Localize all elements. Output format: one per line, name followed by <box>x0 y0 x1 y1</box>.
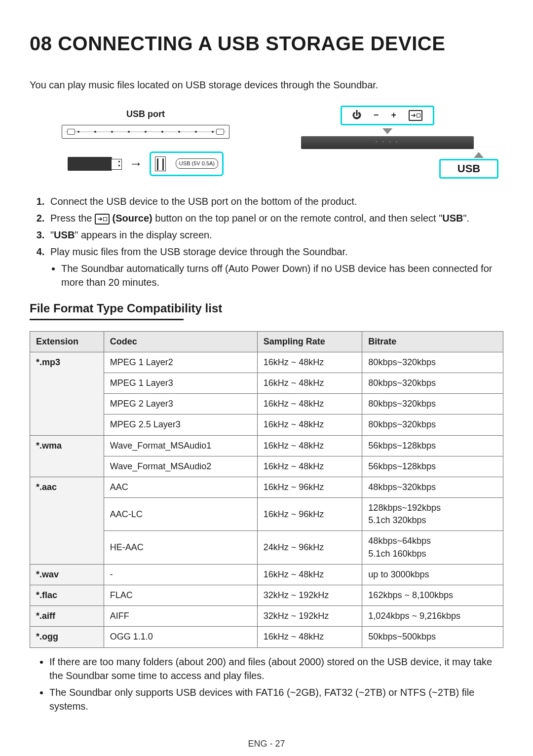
cell-bitrate: 80kbps~320kbps <box>362 394 503 415</box>
th-extension: Extension <box>30 331 104 352</box>
display-bar-graphic <box>301 136 474 149</box>
cell-bitrate: 1,024kbps ~ 9,216kbps <box>362 606 503 627</box>
format-table: Extension Codec Sampling Rate Bitrate *.… <box>30 331 503 648</box>
table-row: *.aacAAC16kHz ~ 96kHz48kbps~320kbps <box>30 477 503 497</box>
cell-bitrate: 128kbps~192kbps5.1ch 320kbps <box>362 498 503 531</box>
table-row: *.flacFLAC32kHz ~ 192kHz162kbps ~ 8,100k… <box>30 585 503 606</box>
notes-list: If there are too many folders (about 200… <box>30 655 503 713</box>
step-2: Press the ➔ (Source) button on the top p… <box>47 211 503 225</box>
cell-bitrate: 56kbps~128kbps <box>362 456 503 477</box>
table-row: *.wav-16kHz ~ 48kHzup to 3000kbps <box>30 564 503 585</box>
intro-paragraph: You can play music files located on USB … <box>30 78 503 92</box>
diagram-right: ⏻ − + ➔ USB <box>271 106 503 179</box>
cell-sampling-rate: 32kHz ~ 192kHz <box>257 585 362 606</box>
cell-sampling-rate: 32kHz ~ 192kHz <box>257 606 362 627</box>
power-icon: ⏻ <box>352 109 361 121</box>
th-sampling-rate: Sampling Rate <box>257 331 362 352</box>
usb-port-slot-icon <box>155 156 166 171</box>
table-row: *.oggOGG 1.1.016kHz ~ 48kHz50kbps~500kbp… <box>30 627 503 647</box>
cell-extension: *.wav <box>30 564 104 585</box>
source-icon-inline: ➔ <box>95 214 110 225</box>
cell-extension: *.aiff <box>30 606 104 627</box>
diagram-left: USB port → USB (5V 0.5A) <box>30 106 262 179</box>
cell-bitrate: up to 3000kbps <box>362 564 503 585</box>
cell-sampling-rate: 16kHz ~ 96kHz <box>257 477 362 497</box>
soundbar-cap-right <box>216 129 224 135</box>
cell-bitrate: 162kbps ~ 8,100kbps <box>362 585 503 606</box>
cell-codec: Wave_Format_MSAudio1 <box>104 435 257 456</box>
cell-bitrate: 80kbps~320kbps <box>362 415 503 435</box>
cell-sampling-rate: 16kHz ~ 48kHz <box>257 627 362 647</box>
step-3: "USB" appears in the display screen. <box>47 228 503 242</box>
cell-extension: *.flac <box>30 585 104 606</box>
step-2-usb: USB <box>442 213 463 224</box>
table-row: *.aiffAIFF32kHz ~ 192kHz1,024kbps ~ 9,21… <box>30 606 503 627</box>
cell-extension: *.ogg <box>30 627 104 647</box>
minus-icon: − <box>374 109 379 121</box>
subheading-underline <box>30 319 184 320</box>
pointer-down-icon <box>382 128 392 134</box>
pointer-line <box>338 157 479 158</box>
cell-extension: *.aac <box>30 477 104 564</box>
th-codec: Codec <box>104 331 257 352</box>
cell-bitrate: 50kbps~500kbps <box>362 627 503 647</box>
usb-port-box: USB (5V 0.5A) <box>150 151 224 176</box>
section-heading: CONNECTING A USB STORAGE DEVICE <box>58 33 445 54</box>
usb-display-text: USB <box>439 159 498 179</box>
cell-codec: HE-AAC <box>104 531 257 564</box>
plus-icon: + <box>391 109 397 121</box>
step-1-text: Connect the USB device to the USB port o… <box>50 196 357 207</box>
soundbar-cap-left <box>67 129 75 135</box>
note-2: The Soundbar only supports USB devices w… <box>49 685 503 713</box>
usb-stick-icon <box>68 157 112 171</box>
step-3-post: " appears in the display screen. <box>75 229 212 240</box>
table-row: *.mp3MPEG 1 Layer216kHz ~ 48kHz80kbps~32… <box>30 352 503 373</box>
cell-codec: AAC-LC <box>104 498 257 531</box>
cell-codec: MPEG 1 Layer2 <box>104 352 257 373</box>
step-4: Play music files from the USB storage de… <box>47 245 503 289</box>
step-1: Connect the USB device to the USB port o… <box>47 194 503 208</box>
cell-codec: AAC <box>104 477 257 497</box>
cell-bitrate: 48kbps~64kbps5.1ch 160kbps <box>362 531 503 564</box>
usb-port-label: USB port <box>126 108 165 120</box>
cell-bitrate: 48kbps~320kbps <box>362 477 503 497</box>
usb-insert-graphic: → USB (5V 0.5A) <box>68 151 224 176</box>
step-4-sublist: The Soundbar automatically turns off (Au… <box>50 262 503 289</box>
cell-codec: MPEG 1 Layer3 <box>104 373 257 393</box>
cell-bitrate: 56kbps~128kbps <box>362 435 503 456</box>
cell-extension: *.mp3 <box>30 352 104 435</box>
cell-sampling-rate: 16kHz ~ 48kHz <box>257 435 362 456</box>
cell-codec: - <box>104 564 257 585</box>
cell-codec: MPEG 2.5 Layer3 <box>104 415 257 435</box>
step-2-post: button on the top panel or on the remote… <box>155 213 442 224</box>
source-icon: ➔ <box>409 110 422 121</box>
step-2-end: ". <box>463 213 469 224</box>
usb-port-text: USB (5V 0.5A) <box>176 158 218 169</box>
soundbar-dots <box>77 131 214 133</box>
cell-codec: AIFF <box>104 606 257 627</box>
steps-list: Connect the USB device to the USB port o… <box>30 194 503 289</box>
cell-codec: MPEG 2 Layer3 <box>104 394 257 415</box>
cell-sampling-rate: 16kHz ~ 48kHz <box>257 564 362 585</box>
step-2-pre: Press the <box>50 213 95 224</box>
page-footer: ENG - 27 <box>30 738 503 750</box>
diagram-row: USB port → USB (5V 0.5A) ⏻ − + ➔ <box>30 106 503 179</box>
cell-codec: FLAC <box>104 585 257 606</box>
step-3-usb: USB <box>54 229 75 240</box>
cell-sampling-rate: 16kHz ~ 96kHz <box>257 498 362 531</box>
cell-sampling-rate: 16kHz ~ 48kHz <box>257 352 362 373</box>
cell-extension: *.wma <box>30 435 104 477</box>
cell-sampling-rate: 16kHz ~ 48kHz <box>257 415 362 435</box>
cell-sampling-rate: 16kHz ~ 48kHz <box>257 456 362 477</box>
cell-sampling-rate: 24kHz ~ 96kHz <box>257 531 362 564</box>
note-1: If there are too many folders (about 200… <box>49 655 503 682</box>
arrow-right-icon: → <box>129 154 143 173</box>
control-panel-box: ⏻ − + ➔ <box>341 106 434 125</box>
soundbar-graphic <box>62 125 229 139</box>
cell-bitrate: 80kbps~320kbps <box>362 373 503 393</box>
cell-codec: Wave_Format_MSAudio2 <box>104 456 257 477</box>
usb-stick-wrap <box>68 157 122 171</box>
table-row: *.wmaWave_Format_MSAudio116kHz ~ 48kHz56… <box>30 435 503 456</box>
section-title: 08 CONNECTING A USB STORAGE DEVICE <box>30 30 503 57</box>
th-bitrate: Bitrate <box>362 331 503 352</box>
